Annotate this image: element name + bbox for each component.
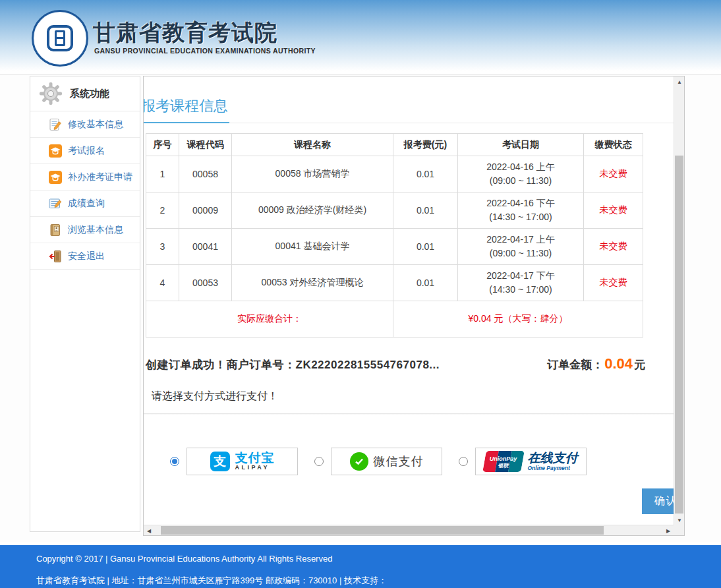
table-row: 3 00041 00041 基础会计学 0.01 2022-04-17 上午 (… <box>146 229 643 265</box>
date-line2: (14:30 ~ 17:00) <box>461 283 581 297</box>
course-table-header-row: 序号 课程代码 课程名称 报考费(元) 考试日期 缴费状态 <box>146 134 643 156</box>
cell-fee: 0.01 <box>393 265 458 301</box>
payment-divider <box>144 413 674 415</box>
sidebar-item-admission-ticket[interactable]: 补办准考证申请 <box>30 164 140 191</box>
section-title: 报考课程信息 <box>144 96 229 123</box>
order-amount-label: 订单金额： <box>547 359 603 371</box>
sidebar-header: 系统功能 <box>30 76 140 111</box>
cell-no: 4 <box>146 265 179 301</box>
date-line2: (09:00 ~ 11:30) <box>461 247 581 260</box>
alipay-label-cn: 支付宝 <box>235 452 275 464</box>
course-table: 序号 课程代码 课程名称 报考费(元) 考试日期 缴费状态 1 00058 00… <box>146 133 643 338</box>
scroll-right-arrow-icon[interactable]: ▶ <box>663 525 674 536</box>
cell-fee: 0.01 <box>393 192 458 229</box>
site-subtitle: GANSU PROVINCIAL EDUCATION EXAMINATIONS … <box>94 47 316 55</box>
wechat-box[interactable]: 微信支付 <box>331 448 442 475</box>
scroll-up-arrow-icon[interactable]: ▲ <box>674 76 685 87</box>
table-row: 1 00058 00058 市场营销学 0.01 2022-04-16 上午 (… <box>146 156 643 192</box>
scroll-down-arrow-icon[interactable]: ▼ <box>674 515 685 525</box>
content-panel: 报考课程信息 序号 课程代码 课程名称 报考费(元) 考试日期 缴费状态 1 <box>143 76 685 536</box>
cell-name: 00041 基础会计学 <box>232 229 393 265</box>
site-title: 甘肃省教育考试院 <box>93 18 277 48</box>
cell-status: 未交费 <box>584 265 643 301</box>
sidebar-item-edit-profile[interactable]: 修改基本信息 <box>30 111 140 138</box>
sidebar-item-label: 修改基本信息 <box>68 119 123 131</box>
cell-code: 00053 <box>179 265 232 301</box>
table-row: 4 00053 00053 对外经济管理概论 0.01 2022-04-17 下… <box>146 265 643 301</box>
scroll-content: 报考课程信息 序号 课程代码 课程名称 报考费(元) 考试日期 缴费状态 1 <box>144 76 674 525</box>
cell-fee: 0.01 <box>393 229 458 265</box>
vertical-scrollbar[interactable]: ▲ ▼ <box>674 76 684 525</box>
vertical-scrollbar-thumb[interactable] <box>675 156 683 514</box>
unionpay-label-en: Online Payment <box>528 465 578 471</box>
col-header-fee: 报考费(元) <box>393 134 458 156</box>
cell-status: 未交费 <box>584 156 643 192</box>
unionpay-label-cn: 在线支付 <box>528 452 578 465</box>
payment-option-unionpay: UnionPay 银联 在线支付 Online Payment <box>459 448 587 475</box>
alipay-icon: 支 <box>210 452 230 471</box>
wechat-radio[interactable] <box>314 457 324 466</box>
cell-date: 2022-04-16 上午 (09:00 ~ 11:30) <box>458 156 584 192</box>
cell-no: 2 <box>146 192 179 229</box>
table-row: 2 00009 00009 政治经济学(财经类) 0.01 2022-04-16… <box>146 192 643 229</box>
main-area: 系统功能 修改基本信息 考试报名 <box>0 74 721 542</box>
order-message: 创建订单成功！商户订单号：ZK222022815554767078... <box>146 357 440 372</box>
date-line1: 2022-04-17 上午 <box>461 233 581 247</box>
site-footer: Copyright © 2017 | Gansu Provincial Educ… <box>0 545 721 588</box>
sidebar-item-label: 考试报名 <box>68 145 105 157</box>
logo-ring <box>32 10 88 67</box>
horizontal-scrollbar-thumb[interactable] <box>161 526 604 535</box>
cell-date: 2022-04-16 下午 (14:30 ~ 17:00) <box>458 192 584 229</box>
payment-prompt: 请选择支付方式进行支付！ <box>152 390 674 403</box>
unionpay-box[interactable]: UnionPay 银联 在线支付 Online Payment <box>475 448 587 475</box>
scroll-left-arrow-icon[interactable]: ◀ <box>144 525 154 536</box>
cell-code: 00058 <box>179 156 232 192</box>
score-query-icon <box>49 197 62 210</box>
col-header-no: 序号 <box>146 134 179 156</box>
site-header: 甘肃省教育考试院 GANSU PROVINCIAL EDUCATION EXAM… <box>0 0 721 74</box>
section-title-row: 报考课程信息 <box>144 96 674 123</box>
sidebar-item-exam-registration[interactable]: 考试报名 <box>30 138 140 164</box>
alipay-box[interactable]: 支 支付宝 ALIPAY <box>187 448 298 475</box>
col-header-name: 课程名称 <box>232 134 393 156</box>
horizontal-scrollbar[interactable]: ◀ ▶ <box>144 525 674 535</box>
cell-no: 1 <box>146 156 179 192</box>
payment-option-alipay: 支 支付宝 ALIPAY <box>170 448 298 475</box>
unionpay-logo-line2: 银联 <box>484 463 523 469</box>
cell-status: 未交费 <box>584 229 643 265</box>
wechat-label: 微信支付 <box>374 454 424 469</box>
cell-name: 00009 政治经济学(财经类) <box>232 192 393 229</box>
view-profile-icon <box>49 223 62 237</box>
date-line2: (14:30 ~ 17:00) <box>461 210 581 224</box>
wechat-pay-icon <box>350 452 368 471</box>
order-row: 创建订单成功！商户订单号：ZK222022815554767078... 订单金… <box>146 355 645 372</box>
cell-status: 未交费 <box>584 192 643 229</box>
exam-registration-icon <box>49 144 62 158</box>
cell-code: 00009 <box>179 192 232 229</box>
footer-address: 甘肃省教育考试院 | 地址：甘肃省兰州市城关区雁宁路399号 邮政编码：7300… <box>36 575 721 587</box>
unionpay-logo-line1: UnionPay <box>484 456 523 462</box>
order-amount-wrap: 订单金额：0.04元 <box>547 355 645 372</box>
sidebar: 系统功能 修改基本信息 考试报名 <box>30 76 140 532</box>
order-amount-unit: 元 <box>634 359 645 371</box>
payment-methods: 支 支付宝 ALIPAY 微信支付 <box>144 448 674 475</box>
admission-ticket-icon <box>49 171 62 184</box>
sidebar-item-view-profile[interactable]: 浏览基本信息 <box>30 217 140 243</box>
payment-option-wechat: 微信支付 <box>314 448 442 475</box>
col-header-date: 考试日期 <box>458 134 584 156</box>
cell-date: 2022-04-17 上午 (09:00 ~ 11:30) <box>458 229 584 265</box>
logo-emblem-icon <box>47 25 73 51</box>
sidebar-item-label: 成绩查询 <box>68 198 105 210</box>
footer-copyright: Copyright © 2017 | Gansu Provincial Educ… <box>36 554 721 564</box>
sidebar-item-label: 浏览基本信息 <box>68 224 123 236</box>
unionpay-radio[interactable] <box>459 457 468 466</box>
total-label: 实际应缴合计： <box>146 301 393 338</box>
sidebar-item-logout[interactable]: 安全退出 <box>30 243 140 270</box>
order-amount-value: 0.04 <box>603 355 634 372</box>
sidebar-item-score-query[interactable]: 成绩查询 <box>30 191 140 217</box>
cell-no: 3 <box>146 229 179 265</box>
logout-icon <box>49 250 62 263</box>
cell-name: 00053 对外经济管理概论 <box>232 265 393 301</box>
alipay-radio[interactable] <box>170 457 179 466</box>
cell-date: 2022-04-17 下午 (14:30 ~ 17:00) <box>458 265 584 301</box>
